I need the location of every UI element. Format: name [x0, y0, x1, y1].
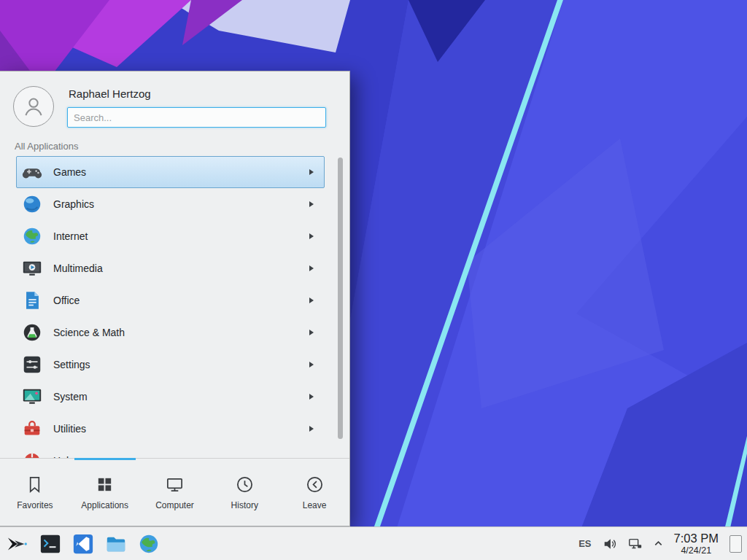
tab-label: Applications [81, 500, 128, 510]
expand-arrow-icon[interactable] [654, 539, 663, 548]
submenu-arrow-icon [309, 233, 314, 239]
system-monitor-icon [21, 386, 43, 408]
category-label: Games [53, 166, 309, 178]
toolbox-icon [21, 418, 43, 440]
volume-icon[interactable] [603, 537, 617, 551]
category-multimedia[interactable]: Multimedia [16, 252, 325, 284]
category-label: Multimedia [53, 262, 309, 274]
office-document-icon [21, 289, 43, 311]
graphics-icon [21, 193, 43, 215]
launcher-tabbar: Favorites Applications Computer [0, 458, 349, 526]
category-label: Internet [53, 230, 309, 242]
application-launcher-popup: Raphael Hertzog All Applications [0, 71, 350, 526]
submenu-arrow-icon [309, 169, 314, 175]
launcher-header: Raphael Hertzog [0, 71, 349, 132]
desktop: Raphael Hertzog All Applications [0, 0, 747, 560]
search-input[interactable] [67, 107, 326, 128]
submenu-arrow-icon [309, 265, 314, 271]
category-label: Office [53, 295, 309, 306]
user-name: Raphael Hertzog [69, 88, 326, 100]
category-settings[interactable]: Settings [16, 349, 325, 381]
tab-computer[interactable]: Computer [140, 459, 210, 526]
category-label: Science & Math [53, 327, 309, 338]
network-icon[interactable] [628, 537, 643, 551]
person-icon [21, 94, 46, 119]
all-applications-label: All Applications [0, 132, 349, 153]
web-browser-icon[interactable] [138, 533, 160, 555]
scrollbar-thumb[interactable] [338, 158, 343, 439]
bookmark-icon [25, 475, 44, 494]
leave-icon [305, 475, 325, 494]
tab-label: Leave [303, 500, 327, 510]
taskbar-pinned-apps [0, 533, 160, 555]
file-manager-icon[interactable] [105, 533, 127, 555]
category-help[interactable]: Help [16, 445, 325, 458]
system-tray: ES 7:03 PM 4/24/21 [578, 532, 747, 556]
science-icon [21, 322, 43, 343]
code-editor-icon[interactable] [72, 533, 94, 555]
clock-date: 4/24/21 [681, 545, 711, 556]
submenu-arrow-icon [309, 362, 314, 368]
submenu-arrow-icon [309, 330, 314, 335]
clock-time: 7:03 PM [674, 532, 719, 545]
category-system[interactable]: System [16, 381, 325, 413]
category-label: Settings [53, 359, 309, 370]
tab-label: Computer [155, 500, 194, 510]
tab-label: Favorites [17, 500, 53, 510]
category-games[interactable]: Games [16, 156, 325, 188]
keyboard-layout-indicator[interactable]: ES [578, 538, 591, 549]
category-graphics[interactable]: Graphics [16, 188, 325, 220]
category-list: Games Graphics [0, 156, 349, 458]
terminal-icon[interactable] [39, 533, 61, 555]
tab-applications[interactable]: Applications [70, 459, 140, 526]
tab-favorites[interactable]: Favorites [0, 459, 70, 526]
category-office[interactable]: Office [16, 284, 325, 316]
gamepad-icon [21, 161, 43, 183]
category-utilities[interactable]: Utilities [16, 413, 325, 445]
category-label: System [53, 391, 309, 402]
tab-label: History [231, 500, 258, 510]
category-list-area: Games Graphics [0, 155, 349, 458]
history-clock-icon [235, 475, 255, 494]
taskbar: ES 7:03 PM 4/24/21 [0, 526, 747, 560]
submenu-arrow-icon [309, 426, 314, 432]
tab-leave[interactable]: Leave [279, 459, 349, 526]
submenu-arrow-icon [309, 298, 314, 303]
submenu-arrow-icon [309, 201, 314, 207]
globe-icon [21, 225, 43, 247]
category-internet[interactable]: Internet [16, 220, 325, 252]
category-label: Utilities [53, 423, 309, 435]
app-grid-icon [95, 475, 115, 494]
settings-icon [21, 354, 43, 376]
app-launcher-icon[interactable] [7, 533, 28, 555]
submenu-arrow-icon [309, 394, 314, 400]
tab-history[interactable]: History [209, 459, 279, 526]
multimedia-icon [21, 257, 43, 279]
computer-icon [165, 475, 185, 494]
show-desktop-button[interactable] [729, 535, 742, 553]
help-icon [21, 450, 43, 458]
clock-widget[interactable]: 7:03 PM 4/24/21 [674, 532, 719, 556]
category-label: Graphics [53, 198, 309, 210]
user-avatar [13, 86, 54, 127]
category-science-math[interactable]: Science & Math [16, 316, 325, 349]
